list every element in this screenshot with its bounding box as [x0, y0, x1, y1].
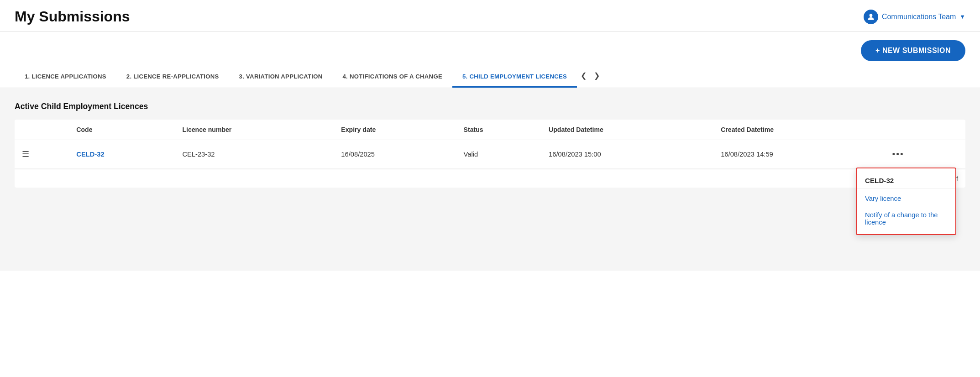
tab-1[interactable]: 1. LICENCE APPLICATIONS: [15, 68, 116, 88]
page-title: My Submissions: [15, 8, 130, 25]
dropdown-vary-licence[interactable]: Vary licence: [857, 190, 955, 207]
table-footer: Rows per page: 10 ▼ 1 - 1 of: [15, 169, 965, 188]
col-expiry-date: Expiry date: [334, 120, 456, 140]
page-header: My Submissions Communications Team ▼: [0, 0, 980, 32]
document-icon: ☰: [22, 150, 29, 159]
col-created-datetime: Created Datetime: [713, 120, 881, 140]
row-status: Valid: [456, 140, 542, 169]
code-link[interactable]: CELD-32: [76, 151, 104, 158]
user-name: Communications Team: [882, 13, 956, 21]
dropdown-notify-change[interactable]: Notify of a change to the licence: [857, 207, 955, 230]
tab-2[interactable]: 2. LICENCE RE-APPLICATIONS: [116, 68, 229, 88]
row-doc-icon: ☰: [15, 140, 69, 169]
tab-right-arrow[interactable]: ❯: [590, 66, 603, 88]
col-updated-datetime: Updated Datetime: [541, 120, 713, 140]
new-submission-button[interactable]: + NEW SUBMISSION: [861, 40, 965, 61]
content-area: Active Child Employment Licences Code Li…: [0, 88, 980, 271]
row-created-datetime: 16/08/2023 14:59: [713, 140, 881, 169]
table-container: Code Licence number Expiry date Status U…: [15, 120, 965, 188]
actions-menu-button[interactable]: •••: [889, 147, 908, 161]
user-menu[interactable]: Communications Team ▼: [864, 10, 965, 24]
svg-point-0: [870, 14, 873, 17]
col-icon: [15, 120, 69, 140]
tab-left-arrow[interactable]: ❮: [577, 66, 590, 88]
col-actions: [881, 120, 965, 140]
toolbar: + NEW SUBMISSION: [0, 32, 980, 66]
row-licence-number: CEL-23-32: [175, 140, 334, 169]
tab-4[interactable]: 4. NOTIFICATIONS OF A CHANGE: [333, 68, 452, 88]
tabs-bar: 1. LICENCE APPLICATIONS 2. LICENCE RE-AP…: [0, 66, 980, 88]
table-header-row: Code Licence number Expiry date Status U…: [15, 120, 965, 140]
row-expiry-date: 16/08/2025: [334, 140, 456, 169]
row-updated-datetime: 16/08/2023 15:00: [541, 140, 713, 169]
tab-3[interactable]: 3. VARIATION APPLICATION: [229, 68, 333, 88]
licences-table: Code Licence number Expiry date Status U…: [15, 120, 965, 169]
row-actions: ••• CELD-32 Vary licence Notify of a cha…: [881, 140, 965, 169]
tab-5[interactable]: 5. CHILD EMPLOYMENT LICENCES: [452, 68, 577, 88]
col-licence-number: Licence number: [175, 120, 334, 140]
user-avatar-icon: [864, 10, 878, 24]
actions-dropdown: CELD-32 Vary licence Notify of a change …: [856, 168, 956, 235]
table-row: ☰ CELD-32 CEL-23-32 16/08/2025 Valid 16/…: [15, 140, 965, 169]
col-code: Code: [69, 120, 175, 140]
user-chevron-icon: ▼: [959, 13, 965, 20]
dropdown-header: CELD-32: [857, 172, 955, 188]
section-title: Active Child Employment Licences: [15, 102, 965, 111]
row-code: CELD-32: [69, 140, 175, 169]
col-status: Status: [456, 120, 542, 140]
